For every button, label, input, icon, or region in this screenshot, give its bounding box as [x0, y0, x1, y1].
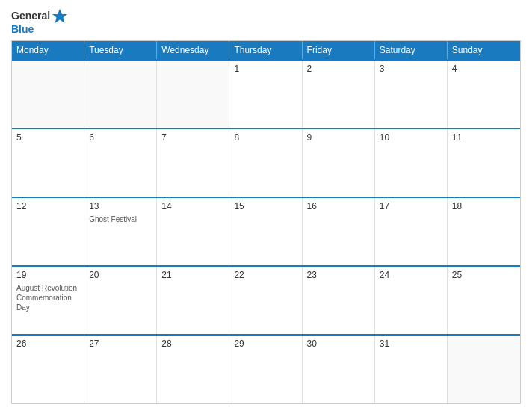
cal-cell-15: 15 — [229, 198, 302, 265]
day-number: 20 — [89, 270, 152, 280]
header-cell-friday: Friday — [303, 41, 375, 59]
day-number: 28 — [161, 339, 224, 349]
cal-cell-empty-1 — [84, 61, 157, 128]
cal-cell-4: 4 — [448, 61, 520, 128]
cal-cell-28: 28 — [157, 336, 229, 403]
week-row-2: 567891011 — [12, 128, 520, 197]
day-number: 16 — [307, 201, 370, 211]
calendar-grid: MondayTuesdayWednesdayThursdayFridaySatu… — [11, 40, 521, 404]
header-cell-saturday: Saturday — [375, 41, 448, 59]
day-number: 29 — [234, 339, 297, 349]
day-number: 27 — [89, 339, 152, 349]
day-number: 24 — [380, 270, 442, 280]
week-row-3: 1213Ghost Festival1415161718 — [12, 197, 520, 265]
logo-flag-icon — [52, 7, 68, 24]
day-number: 12 — [16, 201, 79, 211]
page-header: GeneralBlue — [11, 7, 521, 34]
day-number: 3 — [380, 64, 442, 74]
cal-cell-empty-6 — [448, 336, 520, 403]
cal-cell-11: 11 — [448, 129, 520, 197]
day-number: 22 — [234, 270, 297, 280]
cal-cell-29: 29 — [229, 336, 302, 403]
day-number: 18 — [452, 201, 516, 211]
day-number: 26 — [16, 339, 79, 349]
calendar-body: 12345678910111213Ghost Festival141516171… — [12, 59, 520, 403]
day-number: 30 — [307, 339, 370, 349]
cal-cell-21: 21 — [157, 267, 229, 334]
cal-cell-22: 22 — [229, 267, 302, 334]
cal-cell-6: 6 — [84, 129, 157, 197]
day-number: 21 — [161, 270, 224, 280]
day-number: 8 — [234, 132, 297, 143]
cal-cell-14: 14 — [157, 198, 229, 265]
cal-cell-18: 18 — [448, 198, 520, 265]
event-label: August Revolution Commemoration Day — [16, 283, 79, 312]
day-number: 5 — [16, 132, 79, 143]
day-number: 2 — [307, 64, 370, 74]
cal-cell-27: 27 — [84, 336, 157, 403]
day-number: 7 — [161, 132, 224, 143]
cal-cell-2: 2 — [303, 61, 375, 128]
cal-cell-23: 23 — [303, 267, 375, 334]
cal-cell-19: 19August Revolution Commemoration Day — [12, 267, 84, 334]
cal-cell-16: 16 — [303, 198, 375, 265]
event-label: Ghost Festival — [89, 214, 152, 224]
cal-cell-13: 13Ghost Festival — [84, 198, 157, 265]
calendar-header-row: MondayTuesdayWednesdayThursdayFridaySatu… — [12, 41, 520, 59]
day-number: 9 — [307, 132, 370, 143]
day-number: 15 — [234, 201, 297, 211]
header-cell-thursday: Thursday — [229, 41, 302, 59]
day-number: 31 — [380, 339, 442, 349]
svg-marker-0 — [52, 9, 67, 23]
cal-cell-12: 12 — [12, 198, 84, 265]
logo: GeneralBlue — [11, 7, 68, 34]
week-row-4: 19August Revolution Commemoration Day202… — [12, 265, 520, 334]
day-number: 17 — [380, 201, 442, 211]
cal-cell-3: 3 — [375, 61, 448, 128]
day-number: 10 — [380, 132, 442, 143]
day-number: 1 — [234, 64, 297, 74]
logo-blue-text: Blue — [11, 24, 34, 34]
week-row-5: 262728293031 — [12, 334, 520, 403]
header-cell-tuesday: Tuesday — [84, 41, 157, 59]
header-cell-monday: Monday — [12, 41, 84, 59]
cal-cell-31: 31 — [375, 336, 448, 403]
cal-cell-24: 24 — [375, 267, 448, 334]
header-cell-sunday: Sunday — [448, 41, 520, 59]
cal-cell-empty-0 — [12, 61, 84, 128]
day-number: 13 — [89, 201, 152, 211]
cal-cell-9: 9 — [303, 129, 375, 197]
calendar-page: GeneralBlue MondayTuesdayWednesdayThursd… — [0, 0, 532, 411]
cal-cell-5: 5 — [12, 129, 84, 197]
cal-cell-empty-2 — [157, 61, 229, 128]
day-number: 6 — [89, 132, 152, 143]
cal-cell-7: 7 — [157, 129, 229, 197]
cal-cell-1: 1 — [229, 61, 302, 128]
cal-cell-25: 25 — [448, 267, 520, 334]
cal-cell-17: 17 — [375, 198, 448, 265]
cal-cell-20: 20 — [84, 267, 157, 334]
cal-cell-26: 26 — [12, 336, 84, 403]
day-number: 11 — [452, 132, 516, 143]
cal-cell-30: 30 — [303, 336, 375, 403]
header-cell-wednesday: Wednesday — [157, 41, 229, 59]
day-number: 14 — [161, 201, 224, 211]
day-number: 23 — [307, 270, 370, 280]
day-number: 25 — [452, 270, 516, 280]
week-row-1: 1234 — [12, 59, 520, 128]
day-number: 19 — [16, 270, 79, 280]
cal-cell-8: 8 — [229, 129, 302, 197]
day-number: 4 — [452, 64, 516, 74]
cal-cell-10: 10 — [375, 129, 448, 197]
logo-general-text: General — [11, 10, 50, 21]
